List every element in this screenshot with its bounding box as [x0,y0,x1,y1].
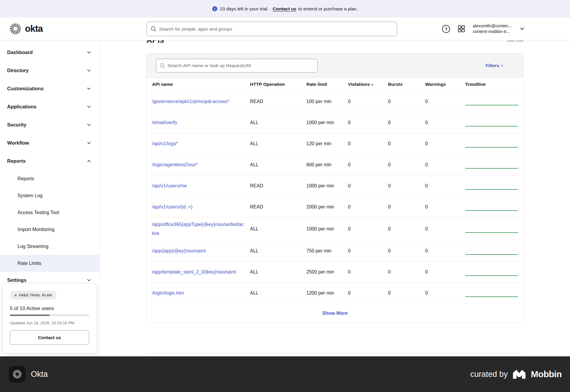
sidebar-item-customizations[interactable]: Customizations [0,80,99,98]
sidebar-item-log-streaming[interactable]: Log Streaming [0,238,99,255]
table-row[interactable]: /email/verify ALL 1000 per min 0 0 0 [147,112,523,133]
show-more-link[interactable]: Show More [322,311,348,316]
sidebar-item-security[interactable]: Security [0,116,99,134]
api-link[interactable]: /email/verify [152,118,250,127]
http-op: ALL [250,120,306,125]
global-search-input[interactable] [159,26,393,32]
sidebar-item-reports-reports[interactable]: Reports [0,170,99,187]
okta-wordmark: okta [25,23,43,34]
trendline-sparkline [465,296,518,297]
table-row[interactable]: /api/v1/users/{id:.+} READ 2000 per min … [147,196,523,217]
sidebar-item-label: Applications [7,104,37,110]
status-dot-icon [15,294,17,296]
caret-down-icon: ▾ [501,64,503,67]
curated-by-label: curated by [470,370,508,379]
api-link[interactable]: /app/office365{appType}/{key}/sso/wsfed/… [152,220,250,238]
http-op: ALL [250,162,306,167]
trial-banner-text: 23 days left in your trial. [220,6,269,12]
chevron-down-icon [86,68,91,73]
chevron-down-icon [86,86,91,91]
api-link[interactable]: /api/v1/users/me [152,181,250,190]
sidebar-item-system-log[interactable]: System Log [0,187,99,204]
info-icon: i [212,6,217,11]
account-email: alexsmith@conten... [473,23,512,29]
api-search-input[interactable] [167,63,314,68]
table-body: /governance/api/v1/principal-access* REA… [147,91,523,304]
table-row[interactable]: /app/{app}/{key}/sso/saml ALL 750 per mi… [147,240,523,261]
http-op: READ [250,183,306,189]
sidebar-item-label: Workflow [7,140,29,146]
rate-limits-card: Filters ▾ API name HTTP Operation Rate l… [146,53,524,323]
sidebar-item-import-monitoring[interactable]: Import Monitoring [0,221,99,238]
violations: 0 [348,248,388,254]
warnings: 0 [425,141,465,146]
api-link[interactable]: /app/template_saml_2_0/{key}/sso/saml [152,268,250,276]
api-search[interactable] [156,59,318,72]
api-link[interactable]: /api/v1/logs* [152,139,250,148]
violations: 0 [348,269,388,275]
warnings: 0 [425,162,465,167]
help-icon[interactable]: ? [442,25,450,33]
global-search[interactable] [146,22,397,36]
bursts: 0 [388,141,425,146]
table-row[interactable]: /api/v1/users/me READ 1000 per min 0 0 0 [147,175,523,196]
warnings: 0 [425,248,465,254]
active-users-count: 5 of 10 Active users [10,306,89,312]
table-row[interactable]: /login/login.htm ALL 1200 per min 0 0 0 [147,282,523,304]
warnings: 0 [425,120,465,125]
rate-limit: 100 per min [306,99,348,104]
sidebar: Dashboard Directory Customizations Appli… [0,40,99,356]
violations: 0 [348,204,388,210]
rate-limit: 600 per min [306,162,348,167]
sidebar-item-label: Reports [7,158,26,164]
trendline-sparkline [465,210,518,211]
sidebar-item-access-testing-tool[interactable]: Access Testing Tool [0,204,99,221]
api-link[interactable]: /api/v1/users/{id:.+} [152,203,250,211]
sidebar-item-workflow[interactable]: Workflow [0,134,99,152]
api-link[interactable]: /app/{app}/{key}/sso/saml [152,246,250,255]
trendline-sparkline [465,275,518,276]
col-api-name: API name [152,82,250,87]
chevron-down-icon [86,50,91,55]
table-header: API name HTTP Operation Rate limit Viola… [147,78,523,91]
okta-footer-logo [9,366,26,382]
bursts: 0 [388,120,425,125]
table-row[interactable]: /app/template_saml_2_0/{key}/sso/saml AL… [147,261,523,282]
col-rate-limit: Rate limit [306,82,348,87]
sidebar-item-directory[interactable]: Directory [0,61,99,80]
sort-desc-icon: ▾ [372,83,373,86]
account-org: content-mobbin-tr... [473,29,512,34]
table-row[interactable]: /governance/api/v1/principal-access* REA… [147,91,523,112]
http-op: READ [250,204,306,210]
page-title-strip: APIs Last hour [146,40,524,49]
col-violations[interactable]: Violations▾ [348,82,388,87]
api-link[interactable]: /login/agentlessDsso* [152,160,250,169]
trendline-sparkline [465,168,518,169]
show-more-row: Show More [147,304,523,323]
sidebar-item-rate-limits[interactable]: Rate Limits [0,255,99,272]
sidebar-item-applications[interactable]: Applications [0,98,99,116]
rate-limit: 120 per min [306,141,348,146]
sidebar-item-reports[interactable]: Reports [0,152,99,170]
table-row[interactable]: /app/office365{appType}/{key}/sso/wsfed/… [147,217,523,240]
account-menu[interactable]: alexsmith@conten... content-mobbin-tr... [473,23,512,34]
table-row[interactable]: /login/agentlessDsso* ALL 600 per min 0 … [147,154,523,175]
api-link[interactable]: /governance/api/v1/principal-access* [152,97,250,106]
footer: Okta curated by Mobbin [0,356,570,392]
trial-banner: i 23 days left in your trial. Contact us… [0,0,570,18]
api-link[interactable]: /login/login.htm [152,289,250,298]
table-row[interactable]: /api/v1/logs* ALL 120 per min 0 0 0 [147,133,523,154]
banner-contact-us-link[interactable]: Contact us [273,6,296,12]
mobbin-logo-icon [512,368,526,380]
footer-brand-label: Okta [31,370,48,379]
http-op: ALL [250,248,306,254]
apps-grid-icon[interactable] [458,25,465,32]
active-users-progress [10,314,89,316]
rate-limit: 2000 per min [306,204,348,210]
chevron-up-icon [86,159,91,164]
okta-logo: okta [9,22,43,35]
filters-button[interactable]: Filters ▾ [485,63,503,68]
contact-us-button[interactable]: Contact us [10,330,89,345]
sidebar-item-dashboard[interactable]: Dashboard [0,43,99,61]
http-op: ALL [250,141,306,146]
